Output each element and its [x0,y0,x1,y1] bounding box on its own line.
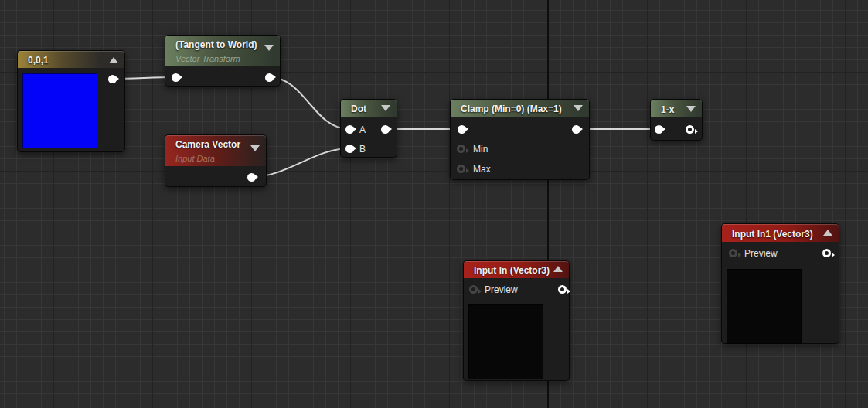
node-header: 1-x [651,100,702,117]
node-title: 1-x [661,104,674,115]
node-title: 0,0,1 [28,55,49,66]
pin-label: A [359,124,366,135]
node-title: Input In (Vector3) [474,265,550,276]
node-input-in[interactable]: Input In (Vector3) Preview [463,260,570,381]
output-pin[interactable] [108,75,117,83]
collapse-arrow-icon[interactable] [553,266,563,272]
collapse-arrow-icon[interactable] [823,230,832,236]
node-camera-vector[interactable]: Camera Vector Input Data [165,134,267,187]
wire-layer [0,0,868,408]
output-pin[interactable] [686,125,694,134]
node-input-in1[interactable]: Input In1 (Vector3) Preview [721,223,839,344]
node-title: Dot [351,104,366,114]
node-header: (Tangent to World) Vector Transform [165,36,280,66]
node-header: 0,0,1 [18,51,124,68]
node-title: Clamp (Min=0) (Max=1) [461,104,562,114]
output-pin[interactable] [822,249,831,257]
node-subtitle: Vector Transform [175,54,240,63]
node-one-minus-x[interactable]: 1-x [650,99,703,141]
output-pin[interactable] [247,173,256,182]
pin-label: Max [473,164,491,175]
input-pin-min[interactable] [457,144,465,153]
node-header: Camera Vector Input Data [165,135,266,166]
input-pin-preview[interactable] [469,285,478,294]
node-header: Clamp (Min=0) (Max=1) [451,100,589,117]
pin-label: Preview [744,248,778,259]
node-vector-transform[interactable]: (Tangent to World) Vector Transform [165,35,281,87]
input-pin-a[interactable] [345,125,354,134]
color-preview-swatch [22,73,97,148]
input-pin-max[interactable] [457,165,465,173]
pin-label: Preview [485,284,518,295]
input-pin-preview[interactable] [729,249,737,257]
node-header: Dot [341,100,397,117]
output-pin[interactable] [381,125,390,134]
node-constant-001[interactable]: 0,0,1 [17,50,125,152]
collapse-arrow-icon[interactable] [250,145,260,151]
pin-label: B [359,144,366,155]
node-subtitle: Input Data [175,154,215,163]
node-header: Input In1 (Vector3) [722,224,839,242]
collapse-arrow-icon[interactable] [574,105,583,111]
input-pin[interactable] [655,125,663,134]
node-preview-image [468,304,543,379]
input-pin[interactable] [458,125,466,134]
node-title: Input In1 (Vector3) [732,229,813,240]
input-pin-b[interactable] [345,144,354,153]
wire-transform-to-dot-a[interactable] [269,77,349,129]
node-graph-canvas[interactable]: 0,0,1 (Tangent to World) Vector Transfor… [0,0,868,408]
input-pin[interactable] [172,73,180,82]
node-clamp[interactable]: Clamp (Min=0) (Max=1) Min Max [450,99,590,180]
output-pin[interactable] [265,73,274,82]
node-preview-image [727,269,802,344]
output-pin[interactable] [558,285,567,294]
collapse-arrow-icon[interactable] [264,45,274,51]
collapse-arrow-icon[interactable] [686,106,696,112]
collapse-arrow-icon[interactable] [381,105,390,111]
output-pin[interactable] [572,125,580,134]
node-dot[interactable]: Dot A B [340,99,397,158]
collapse-arrow-icon[interactable] [109,57,118,63]
node-header: Input In (Vector3) [464,261,569,278]
pin-label: Min [473,144,488,155]
